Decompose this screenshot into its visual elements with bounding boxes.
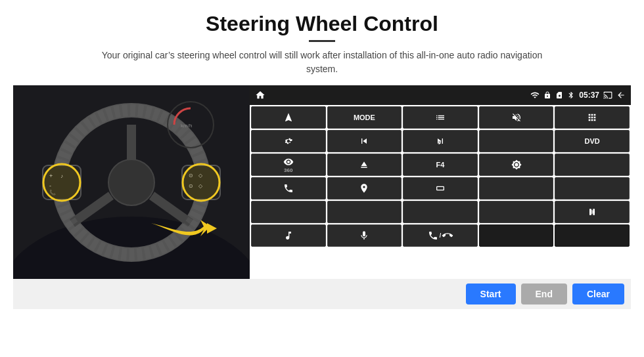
home-icon [255,90,265,100]
btn-f2[interactable] [251,201,326,223]
svg-point-19 [183,164,219,201]
btn-f4[interactable] [403,201,478,223]
end-button[interactable]: End [521,284,567,304]
btn-mute[interactable] [479,106,554,129]
btn-eject[interactable] [327,154,402,176]
btn-mode[interactable]: MODE [327,106,402,129]
btn-nav[interactable] [251,106,326,129]
bottom-action-bar: Start End Clear [13,279,631,309]
start-button[interactable]: Start [466,284,516,304]
status-bar: 05:37 [250,85,631,105]
page-title: Steering Wheel Control [206,12,438,36]
btn-next[interactable] [403,130,478,152]
btn-eq[interactable] [479,177,554,200]
page-subtitle: Your original car’s steering wheel contr… [85,49,559,76]
btn-settings[interactable] [251,130,326,152]
clear-button[interactable]: Clear [572,284,624,304]
btn-brightness[interactable] [479,154,554,176]
wifi-status-icon [530,91,540,100]
btn-aspect[interactable] [403,177,478,200]
sim-status-icon [555,91,563,99]
btn-playpause[interactable] [555,201,630,223]
btn-prev[interactable] [327,130,402,152]
button-grid: MODE [250,105,631,248]
page-wrapper: Steering Wheel Control Your original car… [0,0,644,357]
bluetooth-status-icon [567,91,575,99]
btn-phone[interactable] [251,177,326,200]
btn-f3[interactable] [327,201,402,223]
status-right: 05:37 [530,91,626,100]
svg-point-3 [108,159,154,205]
btn-f5[interactable] [479,201,554,223]
title-divider [309,40,335,42]
radio-panel-container: 05:37 MODE [250,85,631,248]
back-status-icon [616,91,626,100]
svg-point-18 [43,164,80,201]
content-row: + - 📞 ♪ ⊙ ◇ ⊙ ◇ [13,85,631,279]
btn-empty2 [555,224,630,247]
cast-status-icon [603,91,612,100]
btn-empty1 [479,224,554,247]
btn-mic[interactable] [327,224,402,247]
btn-tv[interactable] [479,130,554,152]
btn-dvd[interactable] [555,154,630,176]
steering-wheel-image: + - 📞 ♪ ⊙ ◇ ⊙ ◇ [13,85,250,279]
btn-apps[interactable] [555,106,630,129]
lock-status-icon [543,91,551,99]
btn-radio[interactable]: F4 [403,154,478,176]
svg-text:km/h: km/h [181,123,192,129]
btn-phonecall[interactable]: / [403,224,478,247]
btn-music[interactable] [251,224,326,247]
status-time: 05:37 [579,91,599,100]
status-left [255,90,265,100]
btn-f1[interactable] [555,177,630,200]
btn-navi[interactable] [327,177,402,200]
btn-list[interactable] [403,106,478,129]
btn-360[interactable]: 360 [251,154,326,176]
btn-media[interactable]: DVD [555,130,630,152]
